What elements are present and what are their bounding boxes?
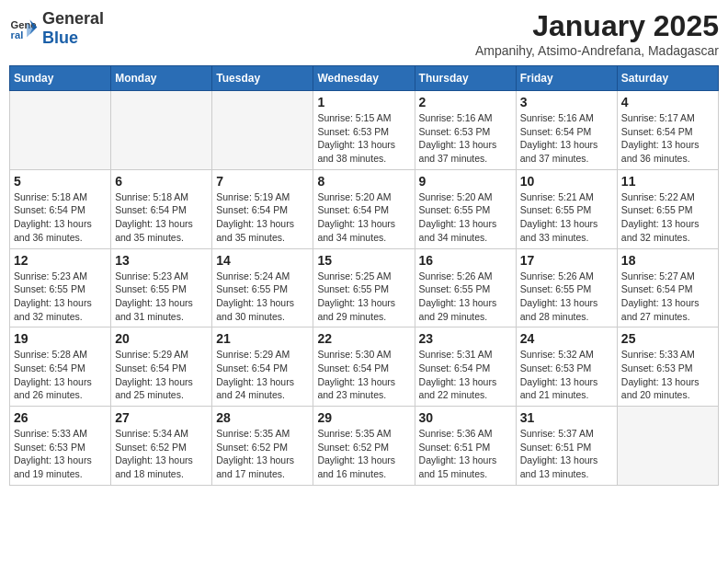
calendar-cell: 3Sunrise: 5:16 AMSunset: 6:54 PMDaylight…	[516, 91, 617, 170]
day-number: 30	[419, 410, 512, 425]
calendar-cell: 20Sunrise: 5:29 AMSunset: 6:54 PMDayligh…	[111, 327, 212, 407]
calendar-cell: 10Sunrise: 5:21 AMSunset: 6:55 PMDayligh…	[516, 169, 617, 248]
calendar-cell: 11Sunrise: 5:22 AMSunset: 6:55 PMDayligh…	[617, 169, 718, 248]
day-number: 19	[14, 331, 107, 346]
day-header-tuesday: Tuesday	[212, 66, 313, 91]
calendar-week-4: 19Sunrise: 5:28 AMSunset: 6:54 PMDayligh…	[10, 327, 719, 407]
day-number: 29	[317, 410, 410, 425]
calendar-cell: 29Sunrise: 5:35 AMSunset: 6:52 PMDayligh…	[313, 407, 415, 486]
day-number: 2	[419, 95, 512, 109]
calendar-cell: 9Sunrise: 5:20 AMSunset: 6:55 PMDaylight…	[415, 169, 516, 248]
calendar-cell: 21Sunrise: 5:29 AMSunset: 6:54 PMDayligh…	[212, 327, 313, 407]
day-info: Sunrise: 5:16 AMSunset: 6:53 PMDaylight:…	[419, 111, 512, 166]
day-info: Sunrise: 5:28 AMSunset: 6:54 PMDaylight:…	[14, 348, 107, 402]
day-info: Sunrise: 5:34 AMSunset: 6:52 PMDaylight:…	[115, 427, 208, 481]
logo-icon: Gene ral	[9, 14, 39, 43]
calendar-cell: 28Sunrise: 5:35 AMSunset: 6:52 PMDayligh…	[212, 407, 313, 486]
day-number: 9	[419, 174, 512, 189]
day-number: 17	[520, 253, 613, 268]
calendar-cell: 1Sunrise: 5:15 AMSunset: 6:53 PMDaylight…	[313, 91, 415, 170]
calendar-cell: 30Sunrise: 5:36 AMSunset: 6:51 PMDayligh…	[415, 407, 516, 486]
calendar-cell: 6Sunrise: 5:18 AMSunset: 6:54 PMDaylight…	[111, 169, 212, 248]
day-info: Sunrise: 5:18 AMSunset: 6:54 PMDaylight:…	[14, 190, 107, 245]
day-header-wednesday: Wednesday	[313, 66, 415, 91]
day-number: 7	[216, 174, 309, 189]
day-headers: SundayMondayTuesdayWednesdayThursdayFrid…	[10, 66, 719, 91]
calendar-cell: 25Sunrise: 5:33 AMSunset: 6:53 PMDayligh…	[617, 327, 718, 407]
day-number: 26	[14, 410, 107, 425]
day-number: 6	[115, 174, 208, 189]
day-info: Sunrise: 5:26 AMSunset: 6:55 PMDaylight:…	[419, 270, 512, 324]
calendar-cell: 12Sunrise: 5:23 AMSunset: 6:55 PMDayligh…	[10, 248, 111, 327]
day-info: Sunrise: 5:29 AMSunset: 6:54 PMDaylight:…	[216, 348, 309, 402]
day-info: Sunrise: 5:35 AMSunset: 6:52 PMDaylight:…	[216, 427, 309, 481]
title-area: January 2025 Ampanihy, Atsimo-Andrefana,…	[475, 9, 719, 58]
calendar-week-1: 1Sunrise: 5:15 AMSunset: 6:53 PMDaylight…	[10, 91, 719, 170]
calendar-cell: 31Sunrise: 5:37 AMSunset: 6:51 PMDayligh…	[516, 407, 617, 486]
day-info: Sunrise: 5:33 AMSunset: 6:53 PMDaylight:…	[14, 427, 107, 481]
calendar-cell	[10, 91, 111, 170]
calendar-cell	[111, 91, 212, 170]
day-number: 22	[317, 331, 410, 346]
day-number: 27	[115, 410, 208, 425]
calendar-cell: 2Sunrise: 5:16 AMSunset: 6:53 PMDaylight…	[415, 91, 516, 170]
day-info: Sunrise: 5:20 AMSunset: 6:55 PMDaylight:…	[419, 190, 512, 245]
day-number: 24	[520, 331, 613, 346]
day-info: Sunrise: 5:27 AMSunset: 6:54 PMDaylight:…	[621, 270, 714, 324]
calendar-cell: 8Sunrise: 5:20 AMSunset: 6:54 PMDaylight…	[313, 169, 415, 248]
day-number: 28	[216, 410, 309, 425]
calendar-cell: 4Sunrise: 5:17 AMSunset: 6:54 PMDaylight…	[617, 91, 718, 170]
day-header-sunday: Sunday	[10, 66, 111, 91]
day-header-monday: Monday	[111, 66, 212, 91]
day-number: 4	[621, 95, 714, 109]
day-info: Sunrise: 5:23 AMSunset: 6:55 PMDaylight:…	[115, 270, 208, 324]
calendar-week-2: 5Sunrise: 5:18 AMSunset: 6:54 PMDaylight…	[10, 169, 719, 248]
day-number: 20	[115, 331, 208, 346]
logo: Gene ral General Blue	[9, 9, 104, 48]
location: Ampanihy, Atsimo-Andrefana, Madagascar	[475, 43, 719, 58]
calendar: SundayMondayTuesdayWednesdayThursdayFrid…	[9, 65, 719, 486]
calendar-cell: 14Sunrise: 5:24 AMSunset: 6:55 PMDayligh…	[212, 248, 313, 327]
calendar-cell: 15Sunrise: 5:25 AMSunset: 6:55 PMDayligh…	[313, 248, 415, 327]
day-number: 13	[115, 253, 208, 268]
month-year: January 2025	[475, 9, 719, 43]
day-number: 11	[621, 174, 714, 189]
calendar-cell: 7Sunrise: 5:19 AMSunset: 6:54 PMDaylight…	[212, 169, 313, 248]
day-info: Sunrise: 5:30 AMSunset: 6:54 PMDaylight:…	[317, 348, 410, 402]
day-info: Sunrise: 5:20 AMSunset: 6:54 PMDaylight:…	[317, 190, 410, 245]
day-number: 1	[317, 95, 410, 109]
day-number: 16	[419, 253, 512, 268]
day-info: Sunrise: 5:29 AMSunset: 6:54 PMDaylight:…	[115, 348, 208, 402]
calendar-cell: 26Sunrise: 5:33 AMSunset: 6:53 PMDayligh…	[10, 407, 111, 486]
day-info: Sunrise: 5:32 AMSunset: 6:53 PMDaylight:…	[520, 348, 613, 402]
calendar-cell: 16Sunrise: 5:26 AMSunset: 6:55 PMDayligh…	[415, 248, 516, 327]
day-number: 18	[621, 253, 714, 268]
calendar-cell: 5Sunrise: 5:18 AMSunset: 6:54 PMDaylight…	[10, 169, 111, 248]
day-info: Sunrise: 5:21 AMSunset: 6:55 PMDaylight:…	[520, 190, 613, 245]
header: Gene ral General Blue January 2025 Ampan…	[9, 9, 719, 58]
day-number: 10	[520, 174, 613, 189]
day-info: Sunrise: 5:36 AMSunset: 6:51 PMDaylight:…	[419, 427, 512, 481]
calendar-week-5: 26Sunrise: 5:33 AMSunset: 6:53 PMDayligh…	[10, 407, 719, 486]
day-info: Sunrise: 5:35 AMSunset: 6:52 PMDaylight:…	[317, 427, 410, 481]
day-number: 21	[216, 331, 309, 346]
day-number: 14	[216, 253, 309, 268]
day-info: Sunrise: 5:22 AMSunset: 6:55 PMDaylight:…	[621, 190, 714, 245]
calendar-week-3: 12Sunrise: 5:23 AMSunset: 6:55 PMDayligh…	[10, 248, 719, 327]
day-info: Sunrise: 5:19 AMSunset: 6:54 PMDaylight:…	[216, 190, 309, 245]
day-number: 5	[14, 174, 107, 189]
day-info: Sunrise: 5:26 AMSunset: 6:55 PMDaylight:…	[520, 270, 613, 324]
calendar-cell: 23Sunrise: 5:31 AMSunset: 6:54 PMDayligh…	[415, 327, 516, 407]
day-info: Sunrise: 5:16 AMSunset: 6:54 PMDaylight:…	[520, 111, 613, 166]
day-number: 12	[14, 253, 107, 268]
day-header-thursday: Thursday	[415, 66, 516, 91]
day-info: Sunrise: 5:25 AMSunset: 6:55 PMDaylight:…	[317, 270, 410, 324]
day-number: 15	[317, 253, 410, 268]
day-number: 3	[520, 95, 613, 109]
day-info: Sunrise: 5:24 AMSunset: 6:55 PMDaylight:…	[216, 270, 309, 324]
calendar-cell: 27Sunrise: 5:34 AMSunset: 6:52 PMDayligh…	[111, 407, 212, 486]
calendar-cell: 18Sunrise: 5:27 AMSunset: 6:54 PMDayligh…	[617, 248, 718, 327]
logo-general: General	[42, 9, 104, 28]
day-info: Sunrise: 5:23 AMSunset: 6:55 PMDaylight:…	[14, 270, 107, 324]
calendar-cell: 19Sunrise: 5:28 AMSunset: 6:54 PMDayligh…	[10, 327, 111, 407]
